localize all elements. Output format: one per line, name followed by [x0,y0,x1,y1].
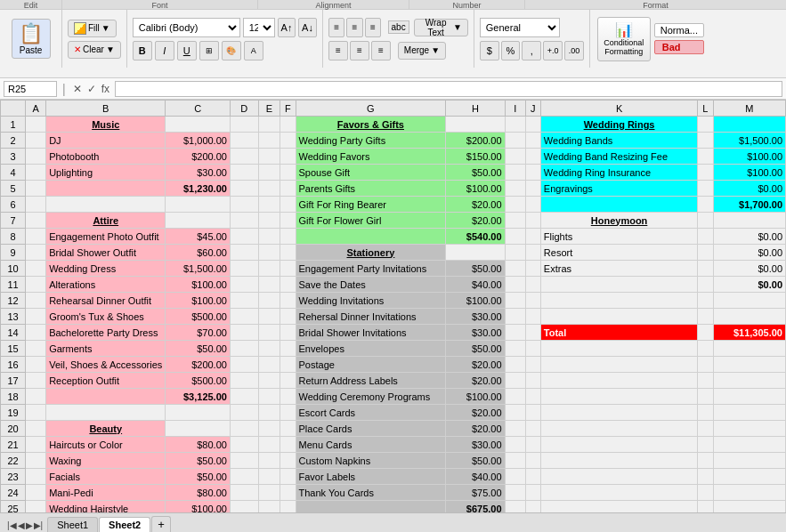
cell-F13[interactable] [280,309,296,325]
cell-J13[interactable] [525,309,540,325]
row-header-4[interactable]: 4 [1,165,26,181]
cell-C3[interactable]: $200.00 [166,149,231,165]
cell-L13[interactable] [698,309,713,325]
sheet-tab-2[interactable]: Sheet2 [99,517,150,532]
cell-E14[interactable] [258,325,280,341]
cell-I4[interactable] [505,165,525,181]
cell-M25[interactable] [713,501,785,513]
cell-J20[interactable] [525,421,540,437]
cell-C7[interactable] [166,213,231,229]
percent-button[interactable]: % [501,41,521,60]
bold-button[interactable]: B [133,41,152,60]
row-header-11[interactable]: 11 [1,277,26,293]
cell-L8[interactable] [698,229,713,245]
cell-I25[interactable] [505,501,525,513]
row-header-2[interactable]: 2 [1,133,26,149]
confirm-formula-button[interactable]: ✓ [85,83,98,95]
cell-M21[interactable] [713,437,785,453]
cell-J2[interactable] [525,133,540,149]
cell-F6[interactable] [280,197,296,213]
cell-J10[interactable] [525,261,540,277]
cell-J16[interactable] [525,357,540,373]
bad-badge[interactable]: Bad [654,40,704,54]
row-header-20[interactable]: 20 [1,421,26,437]
cell-B23[interactable]: Facials [46,469,166,485]
cell-I5[interactable] [505,181,525,197]
cell-H20[interactable]: $20.00 [446,421,505,437]
row-header-13[interactable]: 13 [1,309,26,325]
cell-F5[interactable] [280,181,296,197]
col-header-B[interactable]: B [46,101,166,117]
cell-H25[interactable]: $675.00 [446,501,505,513]
cell-A3[interactable] [26,149,46,165]
italic-button[interactable]: I [155,41,174,60]
cell-F18[interactable] [280,389,296,405]
cell-H18[interactable]: $100.00 [446,389,505,405]
cell-A24[interactable] [26,485,46,501]
row-header-3[interactable]: 3 [1,149,26,165]
cell-C16[interactable]: $200.00 [166,357,231,373]
cell-I10[interactable] [505,261,525,277]
cell-C1[interactable] [166,117,231,133]
cell-B5[interactable] [46,181,166,197]
cell-K22[interactable] [540,453,697,469]
cell-A19[interactable] [26,405,46,421]
cell-L11[interactable] [698,277,713,293]
cell-I18[interactable] [505,389,525,405]
cell-I21[interactable] [505,437,525,453]
cell-C20[interactable] [166,421,231,437]
cell-J25[interactable] [525,501,540,513]
cell-I12[interactable] [505,293,525,309]
cell-J22[interactable] [525,453,540,469]
cell-C8[interactable]: $45.00 [166,229,231,245]
cell-A8[interactable] [26,229,46,245]
cell-K1[interactable]: Wedding Rings [540,117,697,133]
cell-C2[interactable]: $1,000.00 [166,133,231,149]
cell-A7[interactable] [26,213,46,229]
cell-B16[interactable]: Veil, Shoes & Accessories [46,357,166,373]
cell-L10[interactable] [698,261,713,277]
prev-sheet-button[interactable]: ◀ [18,520,25,530]
cell-I11[interactable] [505,277,525,293]
cell-H23[interactable]: $40.00 [446,469,505,485]
cell-L17[interactable] [698,373,713,389]
col-header-A[interactable]: A [26,101,46,117]
cell-K21[interactable] [540,437,697,453]
cell-D17[interactable] [230,373,258,389]
cell-D6[interactable] [230,197,258,213]
col-header-L[interactable]: L [698,101,713,117]
cell-A25[interactable] [26,501,46,513]
cell-G25[interactable] [296,501,446,513]
col-header-K[interactable]: K [540,101,697,117]
cell-G3[interactable]: Wedding Favors [296,149,446,165]
cell-C22[interactable]: $50.00 [166,453,231,469]
cell-M15[interactable] [713,341,785,357]
cell-G1[interactable]: Favors & Gifts [296,117,446,133]
cell-F17[interactable] [280,373,296,389]
cell-G13[interactable]: Rehersal Dinner Invitations [296,309,446,325]
cell-D19[interactable] [230,405,258,421]
last-sheet-button[interactable]: ▶| [34,520,44,530]
cell-E5[interactable] [258,181,280,197]
cell-I24[interactable] [505,485,525,501]
col-header-H[interactable]: H [446,101,505,117]
cell-H11[interactable]: $40.00 [446,277,505,293]
cell-B25[interactable]: Wedding Hairstyle [46,501,166,513]
cell-J8[interactable] [525,229,540,245]
decrease-font-button[interactable]: A↓ [298,18,317,37]
row-header-8[interactable]: 8 [1,229,26,245]
clear-button[interactable]: ✕ Clear ▼ [68,41,121,59]
cell-A13[interactable] [26,309,46,325]
cell-G14[interactable]: Bridal Shower Invitations [296,325,446,341]
cell-A20[interactable] [26,421,46,437]
cell-M22[interactable] [713,453,785,469]
decrease-decimal-button[interactable]: .00 [564,41,584,60]
cell-H7[interactable]: $20.00 [446,213,505,229]
cell-F4[interactable] [280,165,296,181]
cell-M14[interactable]: $11,305.00 [713,325,785,341]
cell-I1[interactable] [505,117,525,133]
cell-D7[interactable] [230,213,258,229]
cell-E7[interactable] [258,213,280,229]
row-header-24[interactable]: 24 [1,485,26,501]
align-right-button[interactable]: ≡ [371,41,391,60]
